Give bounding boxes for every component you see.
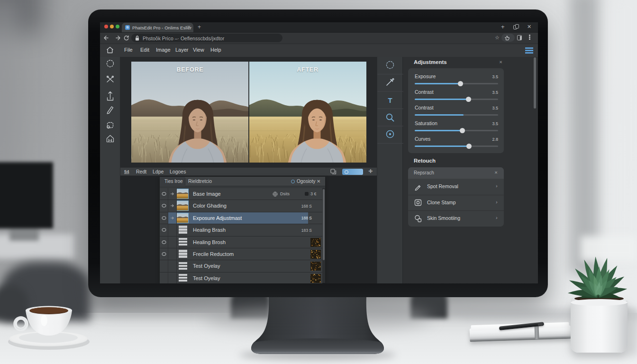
svg-text:T: T — [388, 96, 392, 104]
